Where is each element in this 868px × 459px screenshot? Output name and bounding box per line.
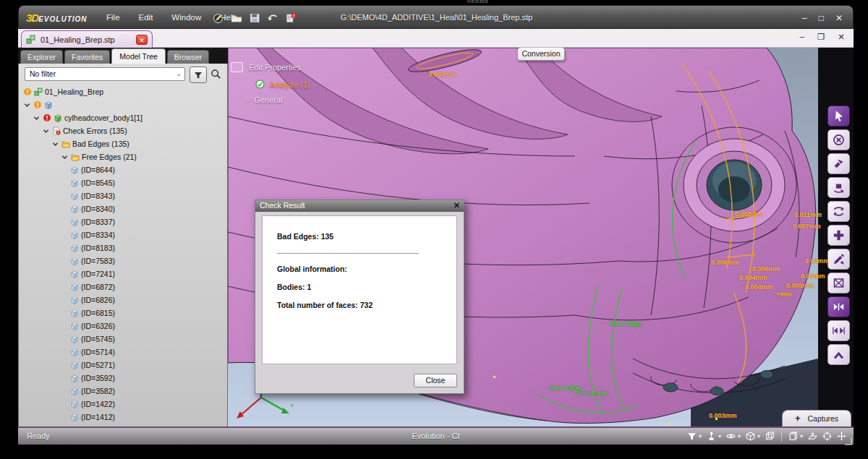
open-folder-icon[interactable] (231, 12, 242, 24)
tree-item[interactable]: (ID=6872) (19, 280, 227, 293)
tree-item-label: (ID=6826) (81, 296, 115, 304)
edge-icon (70, 283, 79, 291)
measure-probe-button[interactable] (827, 153, 850, 174)
window-controls: – □ ✕ (802, 6, 843, 30)
status-text: Ready (27, 428, 50, 445)
rotate-view-button[interactable] (827, 177, 850, 198)
resize-grip[interactable] (845, 438, 852, 445)
tree-item[interactable]: (ID=8343) (19, 189, 227, 202)
tab-browser[interactable]: Browser (167, 50, 210, 64)
menu-edit[interactable]: Edit (129, 6, 163, 30)
tree-item[interactable]: (ID=8183) (19, 241, 227, 254)
tree-item[interactable]: (ID=6326) (19, 319, 227, 333)
tree-item[interactable]: (ID=8334) (19, 228, 227, 241)
center-view-icon[interactable] (822, 432, 832, 441)
shading-mode-icon[interactable]: ▾ (746, 432, 760, 441)
tree-item[interactable]: 01_Healing_Brep (19, 85, 227, 98)
dialog-close-button[interactable]: Close (414, 374, 457, 387)
tab-favorites[interactable]: Favorites (64, 50, 110, 64)
tree-item[interactable]: (ID=8644) (19, 163, 227, 176)
filter-dropdown[interactable]: No filter ⌄ (25, 67, 185, 81)
add-capture-icon[interactable]: + (795, 415, 801, 422)
deselect-button[interactable] (827, 129, 850, 150)
tree-item[interactable] (19, 98, 227, 111)
bad-edges-count: Bad Edges: 135 (277, 232, 456, 241)
undo-icon[interactable] (267, 12, 278, 24)
tree-item[interactable]: (ID=5745) (19, 333, 227, 346)
edge-icon (70, 205, 79, 213)
clipping-plane-icon[interactable] (808, 432, 817, 441)
document-close-button[interactable]: ✕ (136, 35, 148, 45)
visibility-icon[interactable]: ▾ (726, 432, 741, 441)
chevron-down-icon[interactable]: ▾ (699, 433, 702, 439)
dialog-close-icon[interactable]: ✕ (454, 201, 460, 210)
tree-item[interactable]: (ID=7583) (19, 254, 227, 267)
analyze-item[interactable]: Analyze (1) (255, 80, 390, 89)
tree-item-label: (ID=7583) (81, 257, 115, 265)
doc-restore-button[interactable]: ❐ (817, 32, 825, 42)
save-icon[interactable] (249, 12, 260, 24)
pages-icon[interactable]: ▾ (788, 432, 803, 441)
tree-item[interactable]: (ID=8337) (19, 215, 227, 228)
tree-item[interactable]: (ID=5714) (19, 346, 227, 359)
viewport[interactable]: Conversion Edit Properties Analyze (1) ›… (228, 48, 854, 426)
tree-item[interactable]: cylheadcover_body1[1] (19, 111, 227, 124)
conversion-tab[interactable]: Conversion (517, 48, 565, 61)
tree-item[interactable]: Bad Edges (135) (19, 137, 227, 150)
zoom-fit-button[interactable] (827, 225, 850, 246)
chevron-down-icon[interactable]: ▾ (800, 433, 803, 439)
document-icon (26, 35, 35, 44)
general-item[interactable]: › General (247, 95, 390, 104)
collapse-selection-button[interactable] (827, 296, 850, 317)
dialog-titlebar[interactable]: Check Result (255, 200, 464, 212)
macro-pen-icon[interactable] (213, 12, 224, 24)
analyze-label: Analyze (1) (270, 80, 310, 89)
tree-item[interactable]: Check Errors (135) (19, 124, 227, 137)
menu-file[interactable]: File (97, 6, 129, 30)
maximize-button[interactable]: □ (819, 13, 824, 23)
search-icon[interactable] (210, 69, 221, 80)
tree-item[interactable]: (ID=5271) (19, 359, 227, 372)
tree-item[interactable]: (ID=1422) (19, 398, 227, 411)
bounding-box-button[interactable] (827, 273, 850, 293)
tree-item[interactable]: (ID=3592) (19, 372, 227, 385)
tab-explorer[interactable]: Explorer (20, 50, 63, 64)
tree-item[interactable]: Free Edges (21) (19, 150, 227, 163)
edge-icon (70, 387, 79, 395)
document-tab[interactable]: 01_Healing_Brep.stp ✕ (21, 30, 153, 48)
select-cursor-button[interactable] (827, 106, 850, 126)
filter-button[interactable] (190, 67, 207, 83)
orbit-view-button[interactable] (827, 201, 850, 222)
chevron-down-icon[interactable]: ▾ (718, 433, 721, 439)
dialog-body: Bad Edges: 135 Global information: Bodie… (262, 215, 457, 364)
titlebar-toolbar (213, 6, 297, 30)
tree-item[interactable]: (ID=6815) (19, 306, 227, 319)
tree-item-label: (ID=6815) (81, 309, 115, 317)
annotation-pin-icon[interactable]: ▾ (707, 432, 721, 441)
minimize-button[interactable]: – (802, 13, 807, 23)
doc-close-button[interactable]: ✕ (838, 32, 845, 42)
chevron-down-icon[interactable]: ▾ (757, 433, 760, 439)
tree-item[interactable]: (ID=3582) (19, 385, 227, 398)
chevron-down-icon[interactable]: ▾ (738, 433, 741, 439)
tab-model-tree[interactable]: Model Tree (111, 48, 166, 64)
wireframe-mode-icon[interactable] (765, 432, 775, 441)
tree-item[interactable]: (ID=8340) (19, 202, 227, 215)
report-icon[interactable] (285, 12, 297, 24)
tree-item[interactable]: (ID=6826) (19, 293, 227, 306)
close-button[interactable]: ✕ (835, 13, 843, 23)
edit-transform-button[interactable] (827, 249, 850, 270)
captures-tab[interactable]: + Captures (782, 410, 851, 426)
menu-window[interactable]: Window (162, 6, 210, 30)
display-filter-icon[interactable]: ▾ (687, 432, 702, 441)
expand-selection-button[interactable] (827, 320, 850, 341)
tree-item[interactable]: (ID=7241) (19, 267, 227, 280)
doc-minimize-button[interactable]: – (800, 32, 804, 42)
expand-selection-icon (833, 325, 845, 337)
check-result-dialog: Check Result ✕ Bad Edges: 135 Global inf… (255, 200, 464, 394)
edge-icon (70, 231, 79, 239)
total-faces: Total number of faces: 732 (277, 301, 456, 309)
tree-item[interactable]: (ID=8545) (19, 176, 227, 189)
collapse-toolbar-button[interactable] (827, 344, 850, 365)
tree-item[interactable]: (ID=1412) (19, 411, 227, 424)
